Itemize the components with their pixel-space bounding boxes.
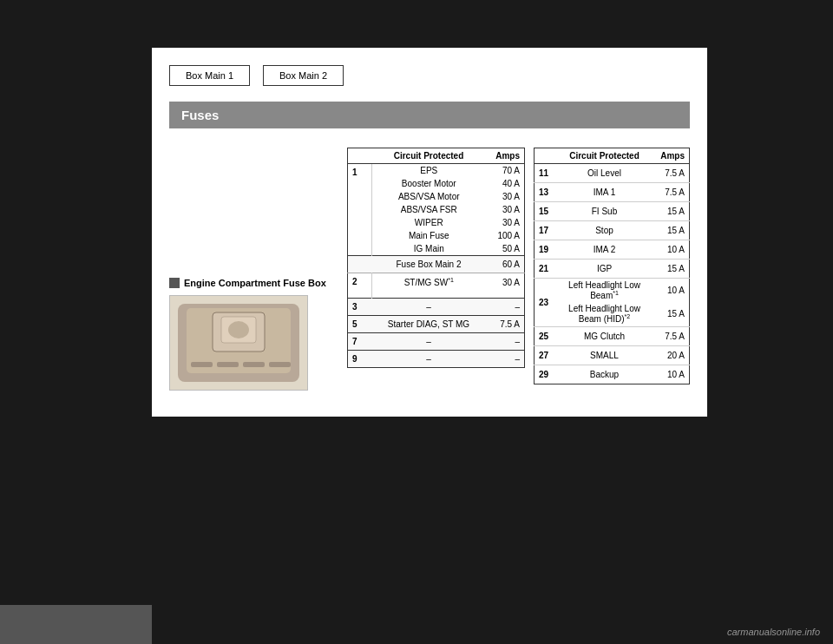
right-table-section: Circuit Protected Amps 11 Oil Level 7.5 … — [534, 148, 690, 384]
table-row: 25 MG Clutch 7.5 A — [535, 326, 690, 345]
table-row: WIPER 30 A — [348, 216, 525, 229]
table-row-multi: 23 Left Headlight Low Beam*1 10 A — [535, 279, 690, 303]
top-nav: Box Main 1 Box Main 2 — [169, 65, 690, 86]
col-number-header — [348, 148, 372, 164]
table-row: 27 SMALL 20 A — [535, 345, 690, 365]
svg-rect-7 — [243, 362, 265, 367]
left-section: Engine Compartment Fuse Box — [169, 148, 338, 391]
page-content: Box Main 1 Box Main 2 Fuses Engine Compa… — [152, 48, 707, 417]
right-col-amps-header: Amps — [651, 148, 690, 164]
fuses-header: Fuses — [169, 102, 690, 128]
middle-fuse-table: Circuit Protected Amps 1 EPS 70 A Booste… — [347, 148, 525, 368]
table-row: IG Main 50 A — [348, 242, 525, 256]
middle-table-section: Circuit Protected Amps 1 EPS 70 A Booste… — [347, 148, 525, 368]
svg-point-4 — [228, 321, 249, 338]
table-row: ABS/VSA Motor 30 A — [348, 190, 525, 203]
nav-box-2[interactable]: Box Main 2 — [263, 65, 344, 86]
table-row: ABS/VSA FSR 30 A — [348, 203, 525, 216]
table-row: 29 Backup 10 A — [535, 365, 690, 384]
table-row: Booster Motor 40 A — [348, 177, 525, 190]
engine-label: Engine Compartment Fuse Box — [169, 278, 338, 288]
fuse-box-svg — [174, 299, 304, 386]
table-row: 11 Oil Level 7.5 A — [535, 164, 690, 183]
table-row — [348, 291, 525, 299]
data-row-5: 5 Starter DIAG, ST MG 7.5 A — [348, 316, 525, 333]
svg-rect-6 — [217, 362, 239, 367]
col-amps-header: Amps — [486, 148, 525, 164]
svg-rect-8 — [269, 362, 291, 367]
svg-rect-5 — [191, 362, 213, 367]
dash-row-7: 7 – – — [348, 333, 525, 351]
fuse-box-main2-row: Fuse Box Main 2 60 A — [348, 256, 525, 273]
dash-row-3: 3 – – — [348, 299, 525, 316]
table-row: 1 EPS 70 A — [348, 164, 525, 178]
engine-label-text: Engine Compartment Fuse Box — [184, 278, 326, 288]
bottom-bar — [0, 605, 152, 644]
dash-row-9: 9 – – — [348, 351, 525, 368]
table-row: 13 IMA 1 7.5 A — [535, 183, 690, 202]
col-circuit-header: Circuit Protected — [372, 148, 486, 164]
watermark: carmanualsonline.info — [0, 627, 833, 637]
page-background: Box Main 1 Box Main 2 Fuses Engine Compa… — [0, 0, 833, 644]
table-row: 2 ST/MG SW*1 30 A — [348, 273, 525, 292]
table-row: 15 FI Sub 15 A — [535, 202, 690, 221]
right-col-circuit-header: Circuit Protected — [559, 148, 651, 164]
fuse-box-image — [169, 295, 308, 391]
table-row: 19 IMA 2 10 A — [535, 240, 690, 260]
main-layout: Engine Compartment Fuse Box — [169, 148, 690, 391]
right-col-number-header — [535, 148, 559, 164]
nav-box-1[interactable]: Box Main 1 — [169, 65, 250, 86]
table-row: 17 Stop 15 A — [535, 221, 690, 240]
right-fuse-table: Circuit Protected Amps 11 Oil Level 7.5 … — [534, 148, 690, 384]
table-row: Main Fuse 100 A — [348, 229, 525, 242]
square-icon — [169, 278, 180, 288]
table-row: 21 IGP 15 A — [535, 260, 690, 279]
